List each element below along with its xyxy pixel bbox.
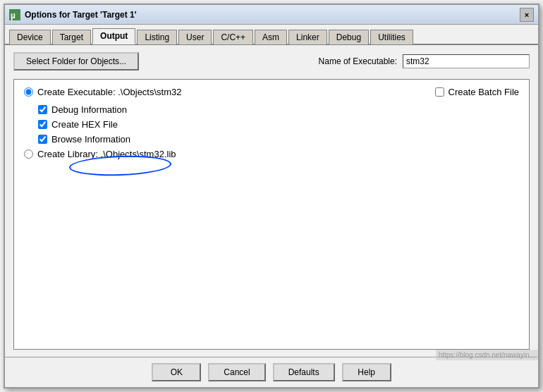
title-text: Options for Target 'Target 1': [25, 10, 137, 20]
title-bar-left: µ Options for Target 'Target 1': [9, 9, 137, 20]
footer: OK Cancel Defaults Help: [5, 357, 538, 387]
browse-info-checkbox[interactable]: [38, 135, 47, 144]
title-bar: µ Options for Target 'Target 1' ×: [5, 5, 538, 25]
create-lib-row: Create Library: .\Objects\stm32.lib: [24, 149, 519, 159]
tab-device[interactable]: Device: [9, 30, 51, 44]
tab-target[interactable]: Target: [52, 30, 91, 44]
main-options-box: Create Batch File Create Executable: .\O…: [13, 79, 530, 350]
create-batch-file-label: Create Batch File: [449, 87, 519, 97]
batch-file-row: Create Batch File: [435, 87, 519, 97]
tab-user[interactable]: User: [178, 30, 212, 44]
ok-button[interactable]: OK: [152, 363, 201, 381]
dialog-window: µ Options for Target 'Target 1' × Device…: [4, 4, 539, 388]
watermark: https://blog.csdn.net/nawayin...: [436, 350, 538, 360]
tabs-bar: Device Target Output Listing User C/C++ …: [5, 25, 538, 45]
help-button[interactable]: Help: [342, 363, 391, 381]
select-folder-button[interactable]: Select Folder for Objects...: [13, 52, 139, 71]
app-icon: µ: [9, 9, 20, 20]
exe-name-label: Name of Executable:: [319, 56, 397, 66]
create-exe-radio[interactable]: [24, 87, 33, 97]
tab-linker[interactable]: Linker: [288, 30, 327, 44]
create-exe-label: Create Executable: .\Objects\stm32: [37, 87, 181, 97]
create-hex-checkbox[interactable]: [38, 120, 47, 129]
create-hex-row: Create HEX File: [38, 119, 519, 130]
create-hex-label: Create HEX File: [51, 119, 118, 130]
defaults-button[interactable]: Defaults: [273, 363, 335, 381]
browse-info-row: Browse Information: [38, 134, 519, 145]
svg-text:µ: µ: [11, 11, 16, 20]
debug-info-label: Debug Information: [51, 104, 127, 115]
tab-debug[interactable]: Debug: [329, 30, 369, 44]
exe-name-input[interactable]: [403, 54, 530, 68]
cancel-button[interactable]: Cancel: [208, 363, 265, 381]
tab-output[interactable]: Output: [92, 28, 135, 44]
tab-cpp[interactable]: C/C++: [213, 30, 253, 44]
content-area: Select Folder for Objects... Name of Exe…: [5, 45, 538, 357]
browse-info-label: Browse Information: [51, 134, 130, 145]
tab-listing[interactable]: Listing: [137, 30, 177, 44]
debug-info-row: Debug Information: [38, 104, 519, 115]
tab-utilities[interactable]: Utilities: [370, 30, 413, 44]
top-row: Select Folder for Objects... Name of Exe…: [13, 52, 530, 71]
close-button[interactable]: ×: [520, 8, 534, 22]
exe-name-row: Name of Executable:: [319, 54, 530, 68]
create-lib-label: Create Library: .\Objects\stm32.lib: [37, 149, 176, 159]
create-batch-file-checkbox[interactable]: [435, 87, 444, 97]
create-lib-radio[interactable]: [24, 149, 33, 159]
debug-info-checkbox[interactable]: [38, 105, 47, 114]
tab-asm[interactable]: Asm: [255, 30, 287, 44]
